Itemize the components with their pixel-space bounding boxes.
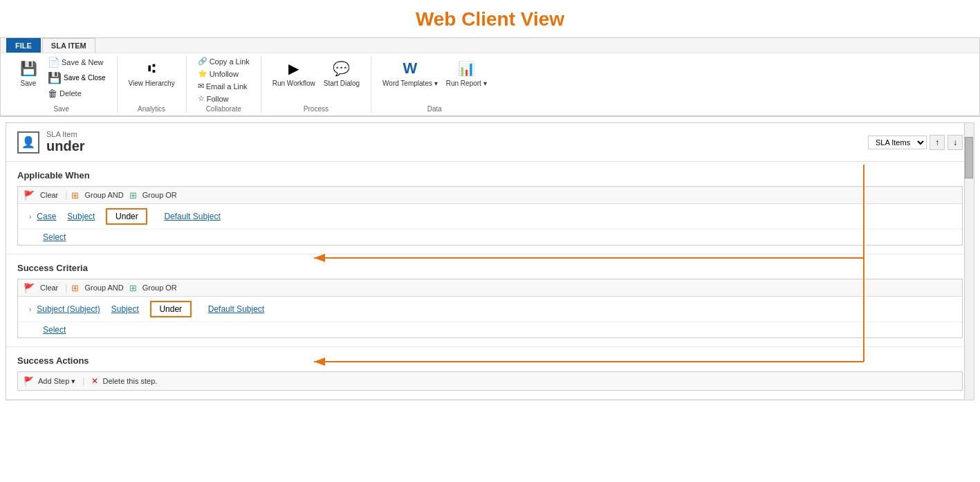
applicable-when-toolbar: 🚩 Clear | ⊞ Group AND ⊞ Group OR [18, 187, 962, 204]
success-criteria-operator[interactable]: Subject [111, 304, 139, 314]
start-dialog-button[interactable]: 💬 Start Dialog [321, 56, 362, 89]
applicable-when-select-row: Select [18, 230, 962, 245]
ribbon: FILE SLA ITEM 💾 Save 📄 Save & New [0, 37, 980, 117]
ribbon-group-analytics: ⑆ View Hierarchy Analytics [118, 56, 187, 113]
success-criteria-toolbar: 🚩 Clear | ⊞ Group AND ⊞ Group OR [18, 279, 962, 297]
applicable-when-row-1: › Case Subject Under Default Subject [18, 204, 962, 230]
success-criteria-row-1: › Subject (Subject) Subject Under Defaul… [18, 297, 962, 322]
view-hierarchy-button[interactable]: ⑆ View Hierarchy [126, 56, 178, 89]
word-templates-icon: W [399, 57, 421, 80]
delete-step-icon: ✕ [91, 376, 98, 386]
tab-sla-item[interactable]: SLA ITEM [42, 38, 95, 53]
record-name: under [46, 138, 85, 154]
group-or-button-1[interactable]: Group OR [140, 189, 180, 201]
success-criteria-select[interactable]: Select [43, 325, 66, 335]
process-group-label: Process [304, 105, 329, 113]
email-link-icon: ✉ [198, 82, 204, 91]
view-hierarchy-icon: ⑆ [140, 57, 163, 80]
applicable-when-field[interactable]: Case [37, 212, 56, 221]
follow-button[interactable]: ☆ Follow [195, 93, 252, 104]
nav-down-button[interactable]: ↓ [947, 135, 963, 150]
applicable-when-clear-button[interactable]: Clear [37, 189, 61, 201]
save-close-button[interactable]: 💾 Save & Close [45, 70, 109, 86]
clear-icon-2: 🚩 [24, 283, 35, 293]
save-group-label: Save [53, 105, 69, 113]
word-templates-button[interactable]: W Word Templates ▾ [380, 56, 441, 89]
applicable-when-section: Applicable When 🚩 Clear | ⊞ Group AND ⊞ … [6, 162, 974, 254]
scrollbar[interactable] [964, 123, 974, 400]
run-report-button[interactable]: 📊 Run Report ▾ [443, 56, 490, 89]
save-new-icon: 📄 [48, 57, 59, 68]
group-or-icon-1: ⊞ [129, 190, 137, 201]
page-title: Web Client View [0, 0, 980, 37]
page-wrapper: Web Client View FILE SLA ITEM 💾 Save 📄 S… [0, 0, 980, 400]
record-meta: SLA Item under [46, 130, 85, 154]
follow-icon: ☆ [198, 94, 205, 103]
ribbon-group-data: W Word Templates ▾ 📊 Run Report ▾ Data [371, 56, 498, 113]
ribbon-group-save: 💾 Save 📄 Save & New 💾 Save & Close [6, 56, 118, 113]
save-new-button[interactable]: 📄 Save & New [45, 56, 109, 68]
applicable-when-select[interactable]: Select [43, 232, 66, 242]
applicable-when-default[interactable]: Default Subject [164, 212, 220, 221]
applicable-when-criteria: 🚩 Clear | ⊞ Group AND ⊞ Group OR › [17, 186, 963, 245]
process-buttons: ▶ Run Workflow 💬 Start Dialog [270, 56, 362, 104]
save-buttons: 💾 Save 📄 Save & New 💾 Save & Close [15, 56, 109, 104]
save-button[interactable]: 💾 Save [15, 56, 42, 89]
copy-link-button[interactable]: 🔗 Copy a Link [195, 56, 252, 66]
record-nav-select[interactable]: SLA Items [868, 136, 927, 149]
ribbon-group-collaborate: 🔗 Copy a Link ⭐ Unfollow ✉ Email a Link [187, 56, 261, 113]
row-chevron-2: › [29, 306, 31, 313]
success-actions-section: Success Actions 🚩 Add Step ▾ | ✕ Delete … [6, 347, 974, 400]
analytics-group-label: Analytics [138, 105, 165, 113]
success-criteria-field[interactable]: Subject (Subject) [37, 304, 100, 314]
record-type: SLA Item [46, 130, 85, 138]
add-step-icon: 🚩 [24, 376, 34, 386]
ribbon-group-process: ▶ Run Workflow 💬 Start Dialog Process [261, 56, 371, 113]
group-and-icon-2: ⊞ [71, 283, 79, 293]
success-criteria-criteria: 🚩 Clear | ⊞ Group AND ⊞ Group OR › [17, 279, 963, 338]
applicable-when-operator[interactable]: Subject [67, 212, 95, 221]
success-actions-toolbar: 🚩 Add Step ▾ | ✕ Delete this step. [17, 371, 963, 391]
success-criteria-default[interactable]: Default Subject [208, 304, 264, 314]
unfollow-button[interactable]: ⭐ Unfollow [195, 68, 252, 79]
delete-step-button[interactable]: Delete this step. [102, 377, 157, 385]
record-header: 👤 SLA Item under SLA Items ↑ ↓ [6, 123, 974, 162]
tab-file[interactable]: FILE [6, 38, 41, 53]
group-and-button-2[interactable]: Group AND [82, 282, 126, 293]
collaborate-buttons: 🔗 Copy a Link ⭐ Unfollow ✉ Email a Link [195, 56, 252, 104]
record-nav: SLA Items ↑ ↓ [868, 135, 963, 150]
group-and-button-1[interactable]: Group AND [82, 189, 126, 201]
email-link-button[interactable]: ✉ Email a Link [195, 81, 252, 91]
add-step-button[interactable]: Add Step ▾ [38, 377, 75, 386]
group-and-icon-1: ⊞ [71, 190, 79, 201]
success-criteria-clear-button[interactable]: Clear [37, 282, 61, 293]
data-buttons: W Word Templates ▾ 📊 Run Report ▾ [380, 56, 490, 104]
data-group-label: Data [427, 105, 442, 113]
run-workflow-button[interactable]: ▶ Run Workflow [270, 56, 318, 89]
copy-link-icon: 🔗 [198, 57, 207, 66]
group-or-button-2[interactable]: Group OR [140, 282, 180, 293]
analytics-buttons: ⑆ View Hierarchy [126, 56, 178, 104]
run-report-icon: 📊 [455, 57, 477, 80]
group-or-icon-2: ⊞ [129, 283, 137, 293]
start-dialog-icon: 💬 [331, 57, 353, 80]
success-criteria-section: Success Criteria 🚩 Clear | ⊞ Group AND ⊞… [6, 254, 974, 347]
success-criteria-value[interactable]: Under [150, 301, 192, 317]
scrollbar-thumb[interactable] [965, 137, 973, 178]
success-criteria-select-row: Select [18, 322, 962, 337]
record-header-left: 👤 SLA Item under [17, 130, 85, 154]
save-close-icon: 💾 [48, 71, 62, 84]
delete-button[interactable]: 🗑 Delete [45, 87, 109, 100]
clear-icon-1: 🚩 [24, 190, 35, 201]
nav-up-button[interactable]: ↑ [930, 135, 945, 150]
applicable-when-title: Applicable When [17, 170, 963, 180]
unfollow-icon: ⭐ [198, 69, 207, 78]
run-workflow-icon: ▶ [283, 57, 305, 80]
applicable-when-value[interactable]: Under [106, 208, 147, 225]
ribbon-body: 💾 Save 📄 Save & New 💾 Save & Close [1, 53, 979, 115]
delete-icon: 🗑 [48, 88, 57, 99]
record-icon: 👤 [17, 131, 39, 154]
success-actions-title: Success Actions [17, 355, 963, 366]
row-chevron-1: › [29, 213, 31, 221]
collaborate-group-label: Collaborate [206, 105, 241, 113]
